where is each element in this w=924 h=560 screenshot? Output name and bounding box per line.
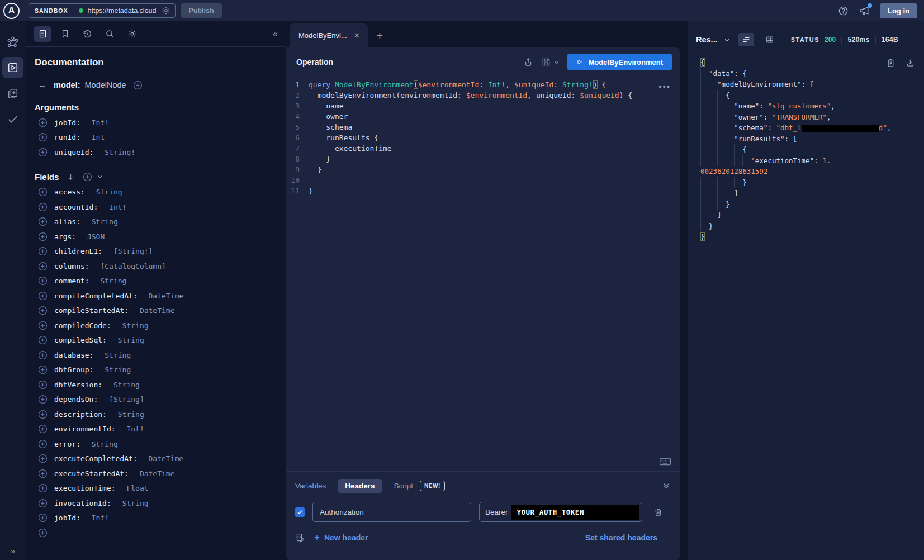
- fields-options-chevron-icon[interactable]: [97, 173, 103, 180]
- keyboard-shortcuts-icon[interactable]: [660, 458, 671, 466]
- formatted-view-icon[interactable]: [738, 33, 754, 46]
- close-tab-icon[interactable]: ✕: [354, 31, 360, 40]
- login-button[interactable]: Log in: [880, 3, 917, 18]
- new-header-button[interactable]: + New header: [314, 532, 368, 543]
- schema-field-row[interactable]: database: String: [35, 348, 277, 363]
- schema-graph-icon[interactable]: [2, 31, 23, 53]
- editor-overflow-menu-icon[interactable]: •••: [658, 82, 671, 91]
- field-type[interactable]: Int!: [126, 425, 144, 433]
- history-icon[interactable]: [78, 26, 96, 42]
- publish-button[interactable]: Publish: [181, 3, 222, 18]
- add-to-query-icon[interactable]: [38, 395, 48, 404]
- field-type[interactable]: Int!: [109, 203, 126, 211]
- field-type[interactable]: Int!: [92, 514, 109, 522]
- field-type[interactable]: JSON: [87, 232, 105, 241]
- schema-field-row[interactable]: compiledCode: String: [35, 318, 277, 333]
- apollo-logo[interactable]: A: [3, 3, 20, 19]
- schema-field-row[interactable]: compileStartedAt: DateTime: [35, 303, 277, 319]
- add-to-query-icon[interactable]: [38, 365, 48, 374]
- schema-field-row[interactable]: executeStartedAt: DateTime: [35, 466, 277, 481]
- delete-header-icon[interactable]: [653, 507, 663, 517]
- graphql-editor[interactable]: ••• 1query ModelByEnvironment($environme…: [286, 77, 680, 471]
- edit-headers-as-text-icon[interactable]: [295, 533, 305, 543]
- field-type[interactable]: DateTime: [149, 292, 184, 300]
- schema-field-row[interactable]: invocationId: String: [35, 496, 277, 511]
- copy-response-icon[interactable]: [886, 58, 895, 68]
- header-key-input[interactable]: Authorization: [312, 502, 471, 522]
- add-to-query-icon[interactable]: [38, 217, 48, 226]
- sort-fields-icon[interactable]: [67, 173, 75, 181]
- schema-field-row[interactable]: executionTime: Float: [35, 481, 277, 496]
- schema-field-row[interactable]: description: String: [35, 407, 277, 422]
- add-to-query-icon[interactable]: [38, 499, 48, 508]
- add-to-query-icon[interactable]: [38, 528, 48, 538]
- schema-field-row[interactable]: dbtGroup: String: [35, 363, 277, 378]
- add-to-query-icon[interactable]: [38, 410, 48, 419]
- field-type[interactable]: String: [122, 321, 149, 330]
- field-type[interactable]: DateTime: [149, 454, 184, 463]
- download-response-icon[interactable]: [906, 58, 915, 68]
- schema-field-row[interactable]: args: JSON: [35, 229, 277, 244]
- help-icon[interactable]: [838, 6, 849, 16]
- schema-field-row[interactable]: [35, 525, 277, 540]
- back-arrow-icon[interactable]: ←: [38, 80, 47, 90]
- new-tab-icon[interactable]: +: [377, 30, 383, 42]
- field-type[interactable]: [CatalogColumn]: [100, 262, 165, 270]
- add-all-fields-icon[interactable]: [83, 172, 92, 182]
- field-type[interactable]: String: [92, 217, 118, 226]
- schema-field-row[interactable]: childrenL1: [String!]: [35, 244, 277, 259]
- run-operation-button[interactable]: ModelByEnvironment: [567, 54, 672, 70]
- field-type[interactable]: String: [92, 440, 118, 448]
- operation-tab[interactable]: ModelByEnvi... ✕: [290, 23, 368, 47]
- connection-settings-icon[interactable]: [162, 6, 170, 15]
- schema-field-row[interactable]: alias: String: [35, 215, 277, 230]
- search-icon[interactable]: [101, 26, 119, 42]
- schema-field-row[interactable]: jobId: Int!: [35, 115, 277, 130]
- add-to-query-icon[interactable]: [38, 202, 48, 212]
- operation-collections-icon[interactable]: [2, 83, 23, 104]
- schema-field-row[interactable]: compileCompletedAt: DateTime: [35, 288, 277, 303]
- add-to-query-icon[interactable]: [38, 306, 48, 315]
- add-to-query-icon[interactable]: [38, 291, 48, 301]
- schema-field-row[interactable]: access: String: [35, 185, 277, 200]
- endpoint-url-input[interactable]: https://metadata.cloud.get: [74, 4, 175, 17]
- add-to-query-icon[interactable]: [38, 513, 48, 523]
- schema-field-row[interactable]: environmentId: Int!: [35, 422, 277, 437]
- tab-variables[interactable]: Variables: [295, 482, 326, 490]
- field-type[interactable]: String: [96, 188, 122, 196]
- add-to-query-icon[interactable]: [38, 276, 48, 286]
- schema-field-row[interactable]: columns: [CatalogColumn]: [35, 259, 277, 274]
- tab-script[interactable]: Script: [394, 482, 414, 490]
- announcements-icon[interactable]: [859, 5, 870, 16]
- collapse-panel-icon[interactable]: «: [273, 29, 278, 39]
- field-type[interactable]: DateTime: [140, 306, 175, 315]
- add-to-query-icon[interactable]: [38, 424, 48, 434]
- field-type[interactable]: String: [105, 351, 131, 359]
- add-to-query-icon[interactable]: [38, 483, 48, 493]
- documentation-tab-icon[interactable]: [34, 26, 51, 42]
- collapse-bottom-panel-icon[interactable]: [662, 481, 671, 490]
- field-type[interactable]: String!: [105, 148, 135, 156]
- add-to-query-icon[interactable]: [38, 118, 48, 127]
- add-to-query-icon[interactable]: [38, 350, 48, 360]
- field-type[interactable]: Float: [126, 484, 148, 492]
- add-to-query-icon[interactable]: [38, 232, 48, 241]
- add-to-query-icon[interactable]: [38, 469, 48, 478]
- field-type[interactable]: String: [113, 381, 140, 389]
- add-to-query-icon[interactable]: [38, 262, 48, 271]
- add-to-query-icon[interactable]: [38, 439, 48, 449]
- add-to-query-icon[interactable]: [38, 132, 48, 142]
- response-dropdown-chevron-icon[interactable]: [723, 36, 731, 44]
- set-shared-headers-link[interactable]: Set shared headers: [585, 533, 657, 542]
- add-to-query-icon[interactable]: [38, 380, 48, 390]
- field-type[interactable]: String: [118, 336, 144, 344]
- explorer-icon[interactable]: [2, 57, 23, 78]
- field-type[interactable]: Int!: [92, 118, 109, 127]
- share-operation-icon[interactable]: [523, 57, 533, 67]
- schema-field-row[interactable]: accountId: Int!: [35, 200, 277, 215]
- schema-field-row[interactable]: dbtVersion: String: [35, 377, 277, 392]
- schema-field-row[interactable]: compiledSql: String: [35, 333, 277, 348]
- field-type[interactable]: String: [118, 410, 144, 419]
- field-type[interactable]: Int: [92, 133, 105, 141]
- add-to-query-icon[interactable]: [38, 148, 48, 157]
